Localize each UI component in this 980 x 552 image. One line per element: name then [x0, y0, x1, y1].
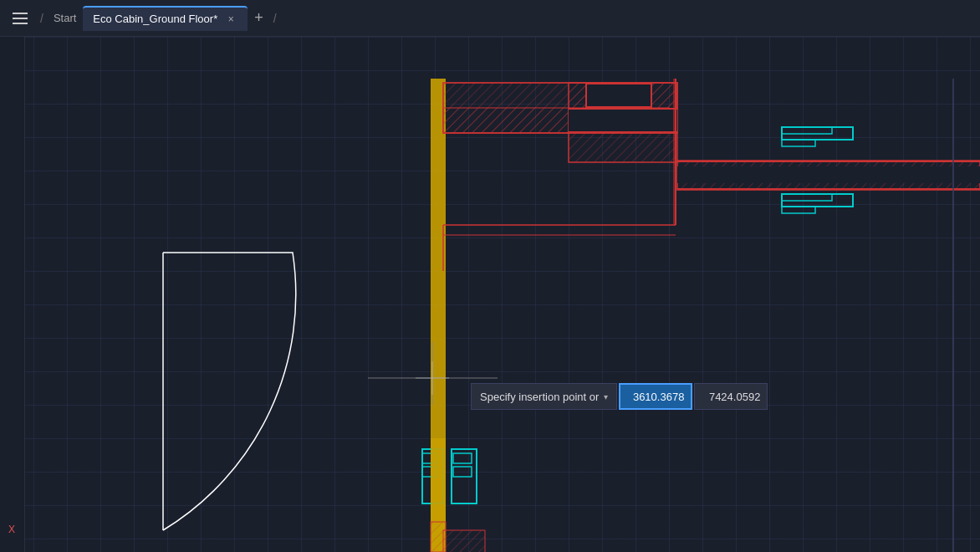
svg-rect-18 — [677, 188, 980, 190]
breadcrumb-sep-1: / — [40, 12, 43, 25]
svg-rect-9 — [569, 131, 677, 133]
tab-add-button[interactable]: + — [248, 9, 270, 27]
hamburger-line-1 — [13, 13, 28, 14]
svg-rect-13 — [585, 84, 587, 106]
svg-rect-16 — [677, 166, 980, 183]
tab-active[interactable]: Eco Cabin_Ground Floor* × — [83, 6, 248, 31]
dropdown-arrow-icon[interactable]: ▾ — [604, 392, 608, 401]
svg-rect-11 — [585, 83, 652, 84]
tab-start[interactable]: Start — [47, 12, 83, 24]
svg-rect-17 — [677, 161, 980, 162]
svg-rect-8 — [569, 108, 677, 110]
svg-rect-7 — [569, 108, 677, 133]
svg-rect-37 — [453, 467, 472, 477]
svg-rect-10 — [585, 83, 652, 108]
svg-rect-14 — [651, 84, 652, 106]
titlebar: / Start Eco Cabin_Ground Floor* × + / — [0, 0, 980, 37]
x-coordinate-input[interactable] — [619, 383, 692, 410]
hamburger-line-2 — [13, 18, 28, 19]
breadcrumb-sep-2: / — [273, 12, 277, 25]
command-label-text: Specify insertion point or — [480, 391, 599, 403]
tab-close-button[interactable]: × — [224, 13, 237, 26]
svg-rect-23 — [782, 194, 832, 201]
tab-active-label: Eco Cabin_Ground Floor* — [93, 13, 217, 25]
svg-rect-36 — [453, 453, 472, 463]
hamburger-button[interactable] — [7, 5, 33, 32]
svg-rect-24 — [782, 207, 815, 213]
command-input-area: Specify insertion point or ▾ — [471, 383, 768, 410]
svg-rect-20 — [782, 127, 832, 134]
y-coordinate-input[interactable] — [694, 383, 768, 410]
command-label-box: Specify insertion point or ▾ — [471, 383, 617, 410]
cad-drawing — [0, 37, 980, 552]
hamburger-line-3 — [13, 23, 28, 24]
svg-rect-21 — [782, 140, 815, 146]
svg-rect-40 — [443, 530, 485, 552]
svg-rect-12 — [585, 106, 652, 108]
drawing-canvas[interactable]: X — [0, 37, 980, 552]
